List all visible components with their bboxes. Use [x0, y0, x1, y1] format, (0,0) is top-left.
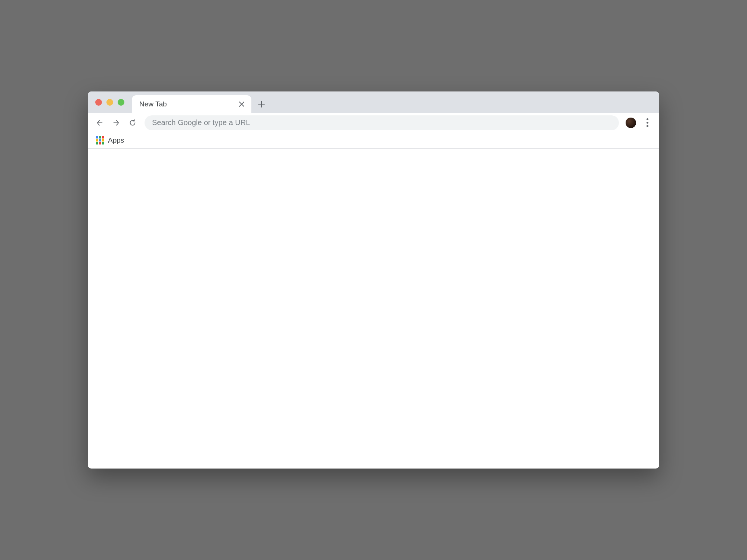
close-window-button[interactable] [95, 99, 102, 106]
close-tab-button[interactable] [237, 100, 246, 109]
close-icon [239, 102, 244, 107]
reload-button[interactable] [125, 115, 140, 130]
bookmarks-bar: Apps [88, 132, 659, 149]
back-button[interactable] [92, 115, 107, 130]
toolbar [88, 113, 659, 132]
browser-tab[interactable]: New Tab [132, 95, 251, 113]
address-bar[interactable] [145, 115, 619, 130]
tab-title: New Tab [139, 100, 237, 108]
profile-avatar[interactable] [626, 118, 636, 128]
address-input[interactable] [152, 118, 611, 127]
reload-icon [128, 119, 137, 127]
forward-button[interactable] [109, 115, 124, 130]
minimize-window-button[interactable] [106, 99, 113, 106]
apps-label: Apps [108, 136, 124, 144]
tab-strip: New Tab [88, 91, 659, 113]
plus-icon [258, 101, 265, 108]
browser-window: New Tab [88, 91, 659, 469]
arrow-left-icon [96, 119, 104, 127]
apps-shortcut[interactable]: Apps [94, 135, 126, 146]
chrome-menu-button[interactable] [640, 115, 655, 130]
page-content [88, 149, 659, 469]
apps-grid-icon [96, 136, 104, 144]
maximize-window-button[interactable] [118, 99, 124, 106]
new-tab-button[interactable] [254, 96, 269, 112]
arrow-right-icon [112, 119, 120, 127]
window-controls [93, 91, 127, 113]
kebab-menu-icon [647, 118, 648, 127]
